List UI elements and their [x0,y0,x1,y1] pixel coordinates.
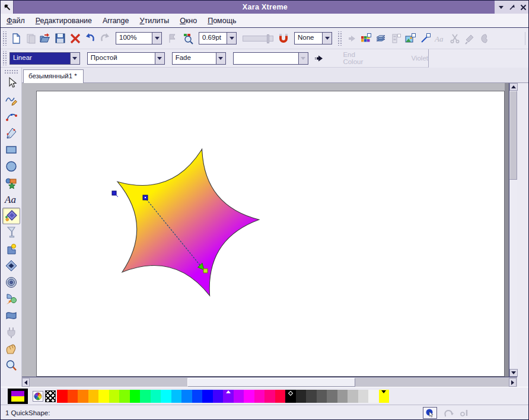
style-value[interactable]: None [295,33,322,44]
apply-style-button[interactable] [343,31,358,46]
menu-arrange[interactable]: Arrange [103,17,129,25]
vertical-scrollbar-thumb[interactable] [509,91,517,180]
fill-effect-value[interactable]: Fade [173,53,216,64]
menu-file[interactable]: Файл [7,17,25,25]
open-button[interactable] [38,31,53,46]
horizontal-scrollbar-thumb[interactable] [187,378,355,387]
clipart-gallery-button[interactable] [447,31,462,46]
swatch-yellow-green[interactable] [109,390,120,403]
maximize-button[interactable] [508,2,517,12]
tool-shadow[interactable] [2,241,20,257]
delete-button[interactable] [68,31,82,46]
fill-type-value[interactable]: Linear [10,53,70,64]
horizontal-scrollbar[interactable] [22,377,517,387]
bitmap-gallery-button[interactable] [403,31,418,46]
fill-handle-value[interactable] [234,53,298,64]
zoom-value[interactable]: 100% [116,33,152,44]
tool-selector[interactable] [2,75,20,91]
color-gallery-button[interactable] [358,31,373,46]
minimize-button[interactable] [496,2,506,12]
tool-fill[interactable] [2,208,20,224]
swatch-chartreuse[interactable] [119,390,130,403]
undo-button[interactable] [82,31,97,46]
swatch-blue-azure[interactable] [192,390,203,403]
swatch-hot-pink[interactable] [264,390,275,403]
swatch-black[interactable] [285,390,296,403]
swatch-gray-60[interactable] [337,390,348,403]
fill-profile-dropdown-button[interactable] [155,53,164,64]
line-width-combobox[interactable]: 0.69pt [199,32,237,44]
snap-to-objects-button[interactable] [276,31,291,46]
swatch-green-cyan[interactable] [151,390,161,403]
swatch-azure[interactable] [181,390,192,403]
swatch-yellow[interactable] [98,390,109,403]
vertical-scrollbar[interactable] [509,83,517,377]
tool-blend[interactable] [2,291,20,307]
swatch-magenta[interactable] [244,390,254,403]
import-button[interactable] [23,31,38,46]
swatch-cyan[interactable] [161,390,171,403]
scroll-right-button[interactable] [509,378,517,387]
fill-type-dropdown-button[interactable] [70,53,79,64]
document-tab[interactable]: безымянный1 * [23,69,84,83]
layer-gallery-button[interactable] [373,31,388,46]
toolbar-grip[interactable] [2,51,7,65]
swatch-gray-35[interactable] [317,390,327,403]
tool-bevel[interactable] [2,257,20,274]
swatch-gray-45[interactable] [327,390,337,403]
tool-contour[interactable] [2,274,20,291]
fill-type-combobox[interactable]: Linear [9,52,80,65]
tool-live-effects[interactable] [2,324,20,341]
document-page[interactable] [36,91,505,377]
fill-profile-combobox[interactable]: Простой [87,52,165,65]
fill-effect-combobox[interactable]: Fade [172,52,226,65]
scroll-left-button[interactable] [22,378,30,387]
quickshape-star[interactable] [117,149,259,295]
swatch-green[interactable] [130,390,141,403]
live-drag-indicator[interactable] [423,407,437,419]
zoom-dropdown-button[interactable] [152,33,161,44]
tool-rectangle[interactable] [2,141,20,158]
current-fill-indicator[interactable] [8,389,28,404]
fill-end-handle[interactable] [203,269,208,273]
redo-button[interactable] [97,31,112,46]
canvas-area[interactable] [22,83,509,377]
line-width-slider[interactable] [243,36,273,42]
line-width-dropdown-button[interactable] [227,33,236,44]
swatch-amber[interactable] [88,390,99,403]
swatch-gray-25[interactable] [306,390,317,403]
plugin-gallery-button[interactable] [477,31,492,46]
line-gallery-button[interactable] [418,31,432,46]
tool-zoom[interactable] [2,357,20,374]
menu-utilities[interactable]: Утилиты [139,17,169,25]
fill-effect-dropdown-button[interactable] [216,53,225,64]
line-width-value[interactable]: 0.69pt [199,33,227,44]
swatch-orange-red[interactable] [68,390,78,403]
scroll-up-button[interactable] [509,83,518,91]
no-color-swatch[interactable] [45,390,56,402]
menu-window[interactable]: Окно [180,17,197,25]
swatch-indigo[interactable] [213,390,224,403]
style-combobox[interactable]: None [294,32,332,44]
swatch-white[interactable] [368,390,379,403]
swatch-gray-75[interactable] [348,390,358,403]
tool-transparency[interactable] [2,224,20,241]
swatch-gray-85[interactable] [358,390,369,403]
swatch-blue[interactable] [202,390,213,403]
swatch-sky-blue[interactable] [171,390,182,403]
tool-quickshape[interactable] [2,174,20,191]
toolbar-grip[interactable] [337,31,342,46]
menu-help[interactable]: Помощь [208,17,236,25]
tool-text[interactable]: Aa [2,191,20,208]
fill-profile-value[interactable]: Простой [88,53,155,64]
swatch-gray-10[interactable] [296,390,307,403]
tool-mould[interactable] [2,307,20,324]
shape-edit-handle[interactable] [112,191,116,195]
fill-handle-combobox[interactable] [233,52,308,65]
tool-push[interactable] [2,341,20,357]
swatch-purple-magenta[interactable] [234,390,244,403]
menu-edit[interactable]: Редактирование [36,17,92,25]
new-document-button[interactable] [8,31,23,46]
toolbar-grip[interactable] [4,69,18,74]
font-gallery-button[interactable]: Aa [432,31,447,46]
